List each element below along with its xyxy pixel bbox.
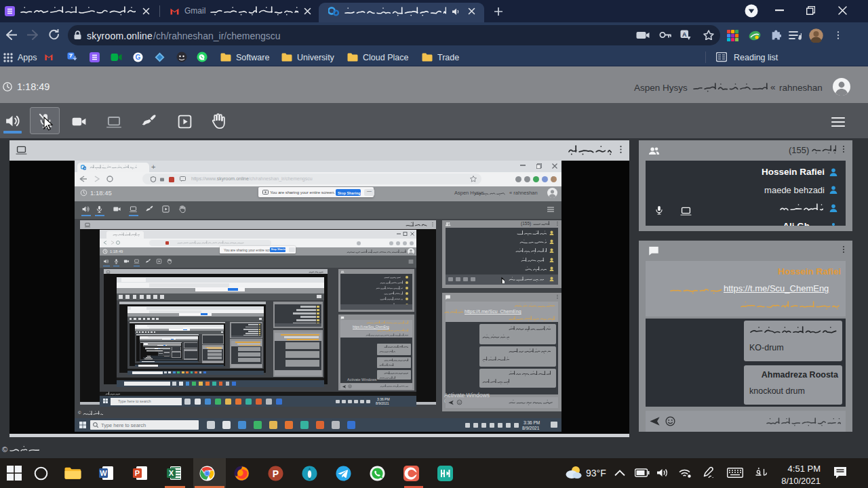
svg-text:P: P xyxy=(135,469,140,477)
svg-text:G: G xyxy=(136,54,141,61)
svg-text:P: P xyxy=(273,468,279,479)
svg-text:W: W xyxy=(100,469,107,477)
svg-text:A: A xyxy=(682,31,687,38)
svg-text:X: X xyxy=(169,469,174,477)
